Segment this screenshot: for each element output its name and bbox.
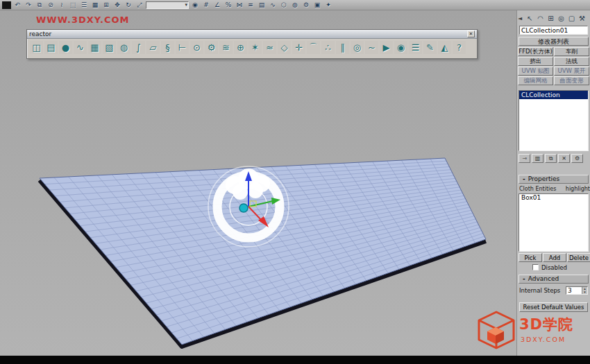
pick-button[interactable]: Pick: [519, 253, 542, 262]
pin-stack-icon[interactable]: ⊸: [519, 154, 530, 163]
modifier-btn-edit-mesh[interactable]: 编辑网格: [518, 76, 553, 85]
modifier-btn-surface-deform[interactable]: 曲面变形: [554, 76, 589, 85]
apply-soft-body-modifier-icon[interactable]: ◍: [117, 41, 130, 54]
utilities-icon[interactable]: ✎: [423, 41, 437, 54]
rollout-properties[interactable]: - Properties: [519, 175, 589, 184]
select-link-icon[interactable]: ⧉: [35, 1, 44, 9]
apply-cloth-modifier-icon[interactable]: ▧: [103, 41, 116, 54]
angular-dashpot-icon[interactable]: ⊙: [190, 41, 203, 54]
spinner-down-icon[interactable]: ▾: [582, 291, 587, 294]
rollout-advanced[interactable]: - Advanced: [519, 275, 589, 284]
modifier-btn-unwrap-uvw[interactable]: UVW 展开: [554, 67, 589, 76]
hinge-constraint-icon[interactable]: ⌒: [307, 41, 320, 54]
tab-hierarchy[interactable]: ⊞: [546, 14, 555, 23]
select-object-icon[interactable]: ⬚: [68, 1, 78, 9]
reactor-toolbar-titlebar[interactable]: reactor ✕: [27, 30, 477, 39]
modifier-stack[interactable]: CLCollection: [519, 90, 589, 151]
quick-render-icon[interactable]: ✦: [323, 1, 333, 9]
bind-to-space-warp-icon[interactable]: ≀: [57, 1, 67, 9]
snaps-toggle-icon[interactable]: #: [201, 1, 211, 9]
modifier-list-dropdown[interactable]: 修改器列表: [519, 37, 589, 46]
point-point-constraint-icon[interactable]: ∴: [321, 41, 335, 54]
reactor-toolbar-title: reactor: [29, 30, 51, 38]
select-and-scale-icon[interactable]: ⤢: [135, 1, 144, 9]
selection-filter-dropdown[interactable]: ▾: [146, 1, 189, 9]
align-icon[interactable]: ≡: [246, 1, 255, 9]
tab-create[interactable]: ↖: [525, 14, 534, 23]
apply-rope-modifier-icon[interactable]: ∫: [132, 41, 145, 54]
analyze-world-icon[interactable]: ◭: [438, 41, 451, 54]
show-end-result-icon[interactable]: ▥: [532, 154, 543, 163]
linear-dashpot-icon[interactable]: ⊢: [176, 41, 189, 54]
modifier-btn-lathe[interactable]: 车削: [554, 47, 589, 56]
spinner-icon[interactable]: ▴ ▾: [582, 287, 587, 294]
window-crossing-icon[interactable]: ⊞: [101, 1, 111, 9]
create-deforming-mesh-collection-icon[interactable]: ▦: [88, 41, 101, 54]
tab-display[interactable]: ▢: [567, 14, 576, 23]
angle-snap-icon[interactable]: ∠: [212, 1, 222, 9]
rendered-frame-icon[interactable]: ▣: [312, 1, 322, 9]
modifier-btn-uvw-map[interactable]: UVW 贴图: [518, 67, 553, 76]
material-editor-icon[interactable]: ◍: [290, 1, 300, 9]
add-button[interactable]: Add: [543, 253, 566, 262]
tab-utilities[interactable]: ⚒: [578, 14, 587, 23]
remove-modifier-icon[interactable]: ✕: [558, 154, 570, 163]
main-toolbar-icons-left: ↶↷⧉⊘≀⬚☰▦⊞✥↻⤢: [12, 1, 144, 9]
car-wheel-constraint-icon[interactable]: ◎: [351, 41, 364, 54]
cloth-object-row[interactable]: Box01: [519, 194, 541, 201]
mirror-icon[interactable]: ⋈: [235, 1, 244, 9]
layer-manager-icon[interactable]: ▤: [257, 1, 267, 9]
create-spring-icon[interactable]: §: [161, 41, 174, 54]
close-icon[interactable]: ✕: [467, 31, 475, 37]
prismatic-constraint-icon[interactable]: ∥: [336, 41, 349, 54]
schematic-view-icon[interactable]: ⬡: [279, 1, 289, 9]
create-toy-car-icon[interactable]: ⊕: [234, 41, 247, 54]
disabled-checkbox[interactable]: [532, 264, 539, 270]
rag-doll-constraint-icon[interactable]: ✛: [292, 41, 305, 54]
panel-collapse-arrow-icon[interactable]: ◄: [518, 15, 524, 21]
unlink-selection-icon[interactable]: ⊘: [46, 1, 56, 9]
undo-icon[interactable]: ↶: [12, 1, 22, 9]
internal-steps-row: Internal Steps 3 ▴ ▾: [519, 286, 588, 295]
region-select-icon[interactable]: ▦: [90, 1, 100, 9]
modifier-btn-normal[interactable]: 法线: [554, 57, 589, 66]
app-menu-block[interactable]: [2, 1, 11, 9]
scene-plane-canvas[interactable]: [0, 10, 516, 356]
select-and-rotate-icon[interactable]: ↻: [124, 1, 133, 9]
modifier-btn-extrude[interactable]: 挤出: [518, 57, 553, 66]
constraint-solver-icon[interactable]: ◇: [278, 41, 291, 54]
create-plane-icon[interactable]: ▱: [146, 41, 160, 54]
open-property-editor-icon[interactable]: ☰: [409, 41, 422, 54]
object-name-field[interactable]: [519, 26, 588, 35]
tab-modify[interactable]: ◠: [536, 14, 545, 23]
create-rigid-body-collection-icon[interactable]: ◫: [30, 41, 43, 54]
point-path-constraint-icon[interactable]: ~: [365, 41, 378, 54]
internal-steps-field[interactable]: 3 ▴ ▾: [566, 286, 588, 295]
select-and-move-icon[interactable]: ✥: [112, 1, 122, 9]
stack-item-clcollection[interactable]: CLCollection: [519, 91, 588, 99]
make-unique-icon[interactable]: ⧉: [545, 154, 557, 163]
preview-animation-icon[interactable]: ▶: [380, 41, 393, 54]
delete-button[interactable]: Delete: [567, 253, 590, 262]
curve-editor-icon[interactable]: ∿: [268, 1, 278, 9]
use-pivot-center-icon[interactable]: ◉: [190, 1, 200, 9]
create-wind-icon[interactable]: ≋: [219, 41, 233, 54]
reactor-help-icon[interactable]: ?: [453, 41, 466, 54]
select-by-name-icon[interactable]: ☰: [79, 1, 89, 9]
create-fracture-icon[interactable]: ✶: [248, 41, 262, 54]
modifier-btn-ffd-box[interactable]: FFD(长方体): [518, 47, 553, 56]
create-animation-icon[interactable]: ◉: [394, 41, 407, 54]
create-rope-collection-icon[interactable]: ∿: [74, 41, 87, 54]
perspective-viewport[interactable]: WWW.3DXY.COM reactor ✕: [0, 10, 516, 356]
cloth-objects-list[interactable]: Box01: [519, 193, 589, 252]
configure-modifier-sets-icon[interactable]: ⚙: [571, 154, 583, 163]
render-setup-icon[interactable]: ⚙: [301, 1, 311, 9]
percent-snap-icon[interactable]: %: [224, 1, 233, 9]
create-motor-icon[interactable]: ⚙: [205, 41, 218, 54]
command-panel: ◄ ↖◠⊞◎▢⚒ 修改器列表 FFD(长方体)车削挤出法线UVW 贴图UVW 展…: [516, 10, 590, 356]
create-soft-body-collection-icon[interactable]: ●: [59, 41, 72, 54]
tab-motion[interactable]: ◎: [557, 14, 566, 23]
create-cloth-collection-icon[interactable]: ▤: [44, 41, 58, 54]
create-water-icon[interactable]: ≈: [263, 41, 276, 54]
redo-icon[interactable]: ↷: [24, 1, 33, 9]
